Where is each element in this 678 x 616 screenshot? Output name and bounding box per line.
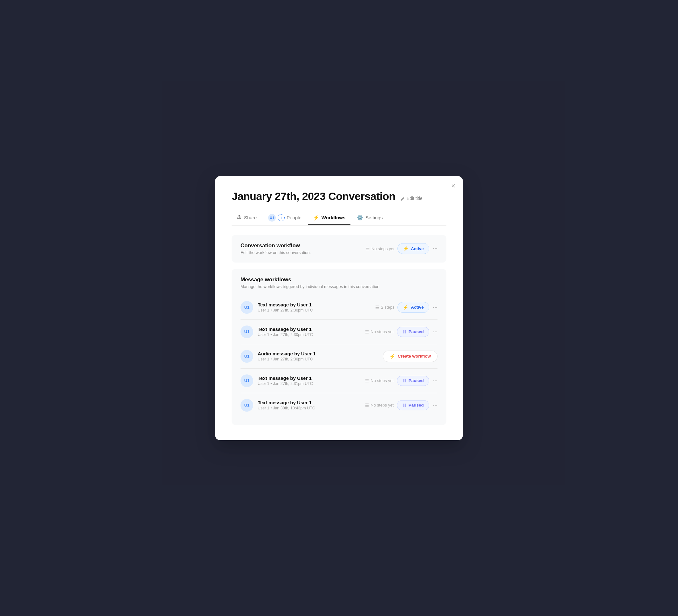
msg-left: U1Text message by User 1User 1 • Jan 30t… <box>240 399 315 412</box>
steps-list-icon: ☰ <box>366 246 370 251</box>
message-workflows-desc: Manage the workflows triggered by indivi… <box>240 284 438 289</box>
conversation-workflow-active-badge[interactable]: ⚡ Active <box>398 243 429 254</box>
steps-count: 2 steps <box>381 305 394 310</box>
list-item: U1Text message by User 1User 1 • Jan 27t… <box>240 320 438 344</box>
modal: × January 27th, 2023 Conversation Edit t… <box>215 176 463 440</box>
msg-info: Text message by User 1User 1 • Jan 27th,… <box>258 375 313 386</box>
conversation-workflow-title: Conversation workflow <box>240 243 311 249</box>
workflows-bolt-icon: ⚡ <box>313 215 319 221</box>
steps-count: No steps yet <box>371 378 393 383</box>
msg-left: U1Text message by User 1User 1 • Jan 27t… <box>240 301 313 314</box>
msg-meta: User 1 • Jan 27th, 2:30pm UTC <box>258 308 313 313</box>
steps-list-icon: ☰ <box>365 378 369 383</box>
steps-count: No steps yet <box>371 329 393 334</box>
msg-title: Text message by User 1 <box>258 400 315 405</box>
msg-meta: User 1 • Jan 27th, 2:30pm UTC <box>258 332 313 337</box>
paused-label: Paused <box>409 378 424 383</box>
steps-list-icon: ☰ <box>375 305 379 310</box>
list-item: U1Text message by User 1User 1 • Jan 27t… <box>240 368 438 393</box>
msg-left: U1Text message by User 1User 1 • Jan 27t… <box>240 325 313 338</box>
avatar: U1 <box>240 374 253 387</box>
paused-badge[interactable]: ⏸Paused <box>397 376 429 386</box>
paused-badge[interactable]: ⏸Paused <box>397 400 429 410</box>
tab-workflows-label: Workflows <box>322 215 346 220</box>
msg-info: Audio message by User 1User 1 • Jan 27th… <box>258 351 316 361</box>
msg-title: Audio message by User 1 <box>258 351 316 356</box>
pause-icon: ⏸ <box>402 378 407 383</box>
msg-info: Text message by User 1User 1 • Jan 30th,… <box>258 400 315 410</box>
edit-title-link[interactable]: Edit title <box>401 196 422 201</box>
paused-badge[interactable]: ⏸Paused <box>397 327 429 337</box>
modal-title: January 27th, 2023 Conversation <box>232 190 396 202</box>
conversation-workflow-steps: ☰ No steps yet <box>366 246 394 251</box>
create-workflow-label: Create workflow <box>398 354 431 359</box>
active-badge[interactable]: ⚡Active <box>398 302 429 313</box>
msg-title: Text message by User 1 <box>258 302 313 307</box>
tabs-bar: Share U1 + People ⚡ Workflows ⚙️ Setting… <box>232 211 446 226</box>
msg-left: U1Audio message by User 1User 1 • Jan 27… <box>240 350 316 363</box>
msg-meta: User 1 • Jan 27th, 2:30pm UTC <box>258 357 316 361</box>
avatar: U1 <box>240 399 253 412</box>
message-workflows-title: Message workflows <box>240 277 438 283</box>
list-item: U1Audio message by User 1User 1 • Jan 27… <box>240 344 438 368</box>
message-workflow-list: U1Text message by User 1User 1 • Jan 27t… <box>240 295 438 418</box>
edit-icon <box>401 197 405 201</box>
conversation-workflow-menu[interactable]: ··· <box>433 245 438 252</box>
steps-list-icon: ☰ <box>365 403 369 408</box>
item-menu[interactable]: ··· <box>433 304 438 311</box>
tab-share[interactable]: Share <box>232 212 262 225</box>
tab-people[interactable]: U1 + People <box>263 211 307 226</box>
item-menu[interactable]: ··· <box>433 377 438 384</box>
gear-icon: ⚙️ <box>357 215 363 221</box>
steps-label: ☰No steps yet <box>365 403 393 408</box>
steps-count: No steps yet <box>371 403 393 407</box>
steps-label: ☰No steps yet <box>365 378 393 383</box>
conversation-workflow-desc: Edit the workflow on this conversation. <box>240 250 311 255</box>
create-workflow-button[interactable]: ⚡Create workflow <box>383 351 438 362</box>
tab-settings-label: Settings <box>365 215 382 220</box>
item-menu[interactable]: ··· <box>433 402 438 408</box>
people-avatar: U1 <box>268 214 276 222</box>
modal-header: January 27th, 2023 Conversation Edit tit… <box>232 190 446 203</box>
msg-meta: User 1 • Jan 30th, 10:43pm UTC <box>258 406 315 410</box>
pause-icon: ⏸ <box>402 403 407 408</box>
conversation-workflow-card: Conversation workflow Edit the workflow … <box>232 235 446 262</box>
avatar: U1 <box>240 350 253 363</box>
message-workflows-card: Message workflows Manage the workflows t… <box>232 269 446 425</box>
active-bolt-icon: ⚡ <box>403 304 409 310</box>
msg-left: U1Text message by User 1User 1 • Jan 27t… <box>240 374 313 387</box>
msg-meta: User 1 • Jan 27th, 2:31pm UTC <box>258 382 313 386</box>
share-icon <box>237 215 242 221</box>
msg-right: ☰No steps yet⏸Paused··· <box>365 327 438 337</box>
pause-icon: ⏸ <box>402 329 407 334</box>
conversation-workflow-row: Conversation workflow Edit the workflow … <box>240 243 438 255</box>
msg-right: ☰2 steps⚡Active··· <box>375 302 438 313</box>
people-add-icon: + <box>278 214 285 221</box>
steps-list-icon: ☰ <box>365 329 369 334</box>
conversation-workflow-status-group: ☰ No steps yet ⚡ Active ··· <box>366 243 438 254</box>
msg-right: ☰No steps yet⏸Paused··· <box>365 400 438 410</box>
conversation-workflow-info: Conversation workflow Edit the workflow … <box>240 243 311 255</box>
item-menu[interactable]: ··· <box>433 329 438 335</box>
msg-right: ⚡Create workflow <box>383 351 438 362</box>
list-item: U1Text message by User 1User 1 • Jan 27t… <box>240 295 438 320</box>
close-button[interactable]: × <box>451 182 455 189</box>
list-item: U1Text message by User 1User 1 • Jan 30t… <box>240 393 438 418</box>
avatar: U1 <box>240 301 253 314</box>
active-bolt-icon: ⚡ <box>403 246 409 251</box>
tab-people-label: People <box>287 215 302 220</box>
steps-label: ☰2 steps <box>375 305 394 310</box>
msg-right: ☰No steps yet⏸Paused··· <box>365 376 438 386</box>
tab-share-label: Share <box>244 215 257 220</box>
msg-info: Text message by User 1User 1 • Jan 27th,… <box>258 326 313 337</box>
avatar: U1 <box>240 325 253 338</box>
steps-label: ☰No steps yet <box>365 329 393 334</box>
msg-title: Text message by User 1 <box>258 326 313 332</box>
backdrop: × January 27th, 2023 Conversation Edit t… <box>0 0 678 616</box>
msg-title: Text message by User 1 <box>258 375 313 381</box>
create-bolt-icon: ⚡ <box>389 354 396 359</box>
tab-workflows[interactable]: ⚡ Workflows <box>308 212 351 225</box>
paused-label: Paused <box>409 329 424 334</box>
tab-settings[interactable]: ⚙️ Settings <box>352 212 388 225</box>
active-label: Active <box>411 305 424 310</box>
